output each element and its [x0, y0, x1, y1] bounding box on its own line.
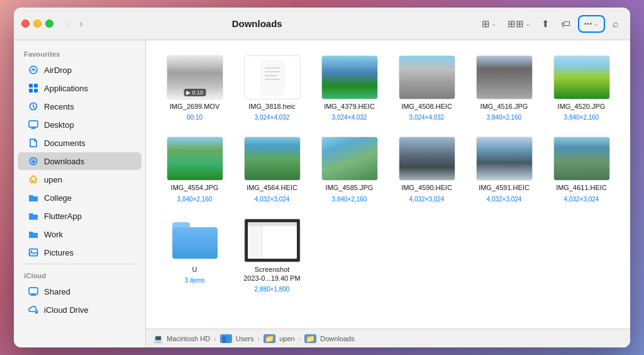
airdrop-icon	[28, 64, 39, 76]
file-meta: 3,024×4,032	[255, 113, 290, 121]
file-name: IMG_4564.HEIC	[247, 183, 297, 192]
breadcrumb-item-upen[interactable]: upen	[279, 335, 294, 342]
svg-point-0	[30, 66, 37, 74]
sidebar-item-desktop[interactable]: Desktop	[18, 116, 142, 133]
file-thumbnail	[244, 55, 301, 99]
ellipsis-icon: ···	[584, 18, 592, 30]
options-chevron-icon: ⌄	[525, 20, 530, 27]
search-button[interactable]: ⌕	[609, 16, 623, 32]
file-item[interactable]: IMG_4508.HEIC 3,024×4,032	[391, 50, 463, 127]
breadcrumb-sep: ›	[214, 335, 216, 342]
file-item[interactable]: IMG_4520.JPG 3,840×2,160	[545, 50, 618, 127]
home-icon	[28, 174, 39, 185]
file-item-screenshot[interactable]: Screenshot 2023-0...19.40 PM 2,880×1,800	[236, 213, 308, 299]
toolbar-right: ⊞ ⌄ ⊞⊞ ⌄ ⬆ 🏷 ··· ⌄ ⌕	[478, 15, 623, 33]
close-button[interactable]	[21, 20, 30, 28]
sidebar-item-applications[interactable]: Applications	[18, 79, 142, 97]
more-button[interactable]: ··· ⌄	[578, 15, 605, 33]
breadcrumb-icon-downloads: 📁	[304, 334, 316, 343]
breadcrumb-item-users[interactable]: Users	[236, 335, 254, 342]
breadcrumb-label: Users	[236, 335, 254, 342]
file-area: ▶ 0:10 IMG_2699.MOV 00:10	[146, 40, 630, 347]
file-item[interactable]: IMG_4516.JPG 3,840×2,160	[468, 50, 540, 127]
breadcrumb-label: upen	[279, 335, 294, 342]
sidebar-item-pictures[interactable]: Pictures	[18, 244, 142, 261]
view-grid-button[interactable]: ⊞ ⌄	[478, 16, 500, 32]
sidebar-item-shared[interactable]: Shared	[18, 283, 142, 300]
breadcrumb-icon-hd: 💻	[153, 334, 163, 343]
sidebar-item-downloads[interactable]: Downloads	[18, 152, 142, 170]
file-thumbnail	[476, 137, 533, 181]
folder-thumbnail	[167, 218, 223, 262]
breadcrumb-item-hd[interactable]: Macintosh HD	[167, 335, 210, 342]
svg-rect-10	[29, 288, 38, 294]
icloud-label: iCloud	[14, 267, 145, 282]
desktop-icon	[28, 119, 39, 130]
file-item[interactable]: IMG_4554.JPG 3,840×2,160	[158, 132, 231, 208]
file-meta: 4,032×3,024	[409, 195, 445, 203]
view-options-button[interactable]: ⊞⊞ ⌄	[504, 16, 534, 32]
svg-rect-3	[29, 89, 33, 93]
file-meta: 00:10	[187, 113, 203, 121]
breadcrumb-sep: ›	[299, 335, 301, 342]
file-item[interactable]: IMG_4591.HEIC 4,032×3,024	[468, 132, 540, 208]
file-meta: 3,840×2,160	[487, 113, 522, 121]
sidebar: Favourites AirDrop Applications Recents	[14, 40, 146, 347]
file-item[interactable]: IMG_4564.HEIC 4,032×3,024	[236, 132, 308, 208]
svg-point-9	[31, 251, 32, 252]
svg-rect-2	[34, 84, 38, 87]
titlebar: ‹ › Downloads ⊞ ⌄ ⊞⊞ ⌄ ⬆ 🏷 ··· ⌄	[14, 8, 630, 40]
file-item[interactable]: IMG_4590.HEIC 4,032×3,024	[391, 132, 463, 208]
file-name: IMG_4508.HEIC	[401, 102, 452, 111]
file-thumbnail	[244, 137, 301, 181]
svg-rect-4	[34, 89, 38, 93]
sidebar-item-college[interactable]: College	[18, 189, 142, 206]
file-name: IMG_4591.HEIC	[479, 183, 530, 192]
minimize-button[interactable]	[33, 20, 42, 28]
file-thumbnail	[553, 137, 610, 181]
file-item[interactable]: IMG_3818.heic 3,024×4,032	[236, 50, 308, 127]
sidebar-item-label: upen	[44, 175, 62, 184]
sidebar-item-airdrop[interactable]: AirDrop	[18, 61, 142, 79]
sidebar-item-icloud-drive[interactable]: iCloud Drive	[18, 301, 142, 318]
file-item[interactable]: IMG_4585.JPG 3,840×2,160	[313, 132, 386, 208]
sidebar-item-work[interactable]: Work	[18, 225, 142, 243]
file-name: IMG_4590.HEIC	[401, 183, 452, 192]
breadcrumb-label: Downloads	[320, 335, 354, 342]
file-meta: 3,840×2,160	[332, 195, 367, 203]
sidebar-item-upen[interactable]: upen	[18, 171, 142, 188]
sidebar-item-recents[interactable]: Recents	[18, 98, 142, 115]
recents-icon	[28, 101, 39, 112]
sidebar-item-label: AirDrop	[44, 65, 72, 75]
file-meta: 4,032×3,024	[255, 195, 290, 203]
file-name: IMG_4516.JPG	[480, 102, 528, 111]
sidebar-item-flutterapp[interactable]: FlutterApp	[18, 207, 142, 225]
file-meta: 3,024×4,032	[409, 113, 445, 121]
sidebar-divider	[24, 264, 135, 264]
folder-work-icon	[28, 228, 39, 240]
breadcrumb-item-downloads[interactable]: Downloads	[320, 335, 354, 342]
file-item[interactable]: ▶ 0:10 IMG_2699.MOV 00:10	[158, 50, 231, 127]
tag-button[interactable]: 🏷	[557, 16, 574, 31]
breadcrumb-label: Macintosh HD	[167, 335, 210, 342]
file-item[interactable]: IMG_4611.HEIC 4,032×3,024	[545, 132, 618, 208]
screenshot-thumbnail	[244, 218, 301, 262]
file-meta: 3 items	[184, 276, 204, 285]
folder-icon	[28, 192, 39, 203]
share-button[interactable]: ⬆	[538, 16, 553, 32]
file-item-folder[interactable]: U 3 items	[158, 213, 231, 299]
file-thumbnail	[321, 55, 378, 99]
statusbar: 💻 Macintosh HD › 👥 Users › 📁 upen › 📁 Do…	[146, 329, 630, 347]
svg-rect-1	[29, 84, 33, 87]
folder-flutter-icon	[28, 210, 39, 222]
main-content: Favourites AirDrop Applications Recents	[14, 40, 630, 347]
tag-icon: 🏷	[561, 18, 570, 29]
sidebar-item-documents[interactable]: Documents	[18, 134, 142, 152]
view-grid-icon: ⊞	[482, 18, 490, 30]
breadcrumb-icon-users: 👥	[220, 334, 232, 343]
documents-icon	[28, 137, 39, 149]
file-item[interactable]: IMG_4379.HEIC 3,024×4,032	[313, 50, 386, 127]
file-thumbnail	[321, 137, 378, 181]
pictures-icon	[28, 247, 39, 258]
sidebar-item-label: Applications	[44, 84, 88, 93]
